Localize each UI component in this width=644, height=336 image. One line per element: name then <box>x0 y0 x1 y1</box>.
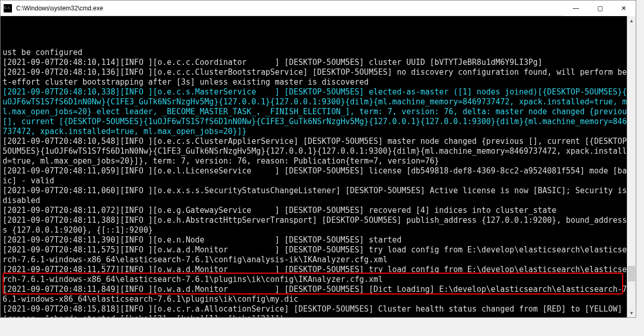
console-line: [2021-09-07T20:48:11,072][INFO ][o.e.g.G… <box>3 206 633 216</box>
console-line: [2021-09-07T20:48:15,818][INFO ][o.e.c.r… <box>3 304 633 317</box>
console-line: [2021-09-07T20:48:11,060][INFO ][o.e.x.s… <box>3 186 633 206</box>
console-line: [2021-09-07T20:48:11,849][INFO ][o.w.a.d… <box>3 285 633 304</box>
console-line: [2021-09-07T20:48:11,059][INFO ][o.e.l.L… <box>3 166 633 186</box>
console-line: [2021-09-07T20:48:11,575][INFO ][o.w.a.d… <box>3 245 633 265</box>
titlebar[interactable]: C:\Windows\system32\cmd.exe — ▢ ✕ <box>1 1 636 16</box>
console-line: [2021-09-07T20:48:10,548][INFO ][o.e.c.s… <box>3 137 633 166</box>
console-line: ust be configured <box>3 48 633 58</box>
console-line: [2021-09-07T20:48:11,388][INFO ][o.e.h.A… <box>3 216 633 235</box>
window-title: C:\Windows\system32\cmd.exe <box>15 5 564 12</box>
scrollbar-track[interactable] <box>627 25 636 308</box>
window-controls: — ▢ ✕ <box>564 1 636 16</box>
cmd-window: C:\Windows\system32\cmd.exe — ▢ ✕ ust be… <box>0 0 636 318</box>
minimize-button[interactable]: — <box>564 1 588 16</box>
console-output[interactable]: ust be configured[2021-09-07T20:48:10,11… <box>1 16 636 317</box>
scroll-up-icon[interactable]: ▲ <box>627 16 636 25</box>
close-button[interactable]: ✕ <box>612 1 636 16</box>
console-line: [2021-09-07T20:48:10,136][INFO ][o.e.c.c… <box>3 68 633 87</box>
console-line: [2021-09-07T20:48:11,390][INFO ][o.e.n.N… <box>3 235 633 245</box>
scroll-down-icon[interactable]: ▼ <box>627 308 636 317</box>
vertical-scrollbar[interactable]: ▲ ▼ <box>627 16 636 317</box>
cmd-icon <box>4 4 12 12</box>
scrollbar-thumb[interactable] <box>628 266 635 281</box>
console-line: [2021-09-07T20:48:10,114][INFO ][o.e.c.c… <box>3 58 633 68</box>
console-line: [2021-09-07T20:48:11,577][INFO ][o.w.a.d… <box>3 265 633 285</box>
maximize-button[interactable]: ▢ <box>588 1 612 16</box>
console-line: [2021-09-07T20:48:10,338][INFO ][o.e.c.s… <box>3 87 633 137</box>
